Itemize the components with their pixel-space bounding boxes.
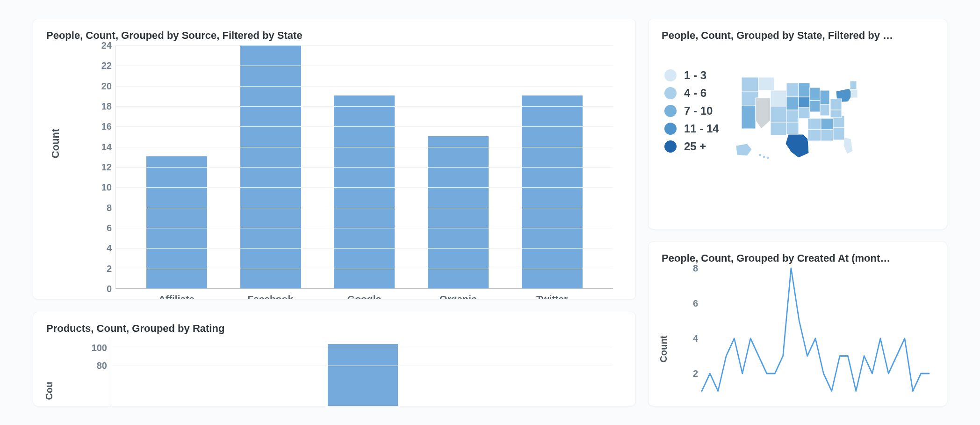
map-body: 1 - 34 - 67 - 1011 - 1425 + bbox=[662, 45, 934, 162]
y-tick: 2 bbox=[84, 263, 112, 274]
svg-rect-29 bbox=[830, 110, 842, 117]
legend-row: 25 + bbox=[664, 140, 719, 153]
y-tick: 24 bbox=[84, 40, 112, 51]
legend-row: 7 - 10 bbox=[664, 104, 719, 117]
svg-rect-2 bbox=[742, 105, 756, 129]
x-label: Organic bbox=[428, 293, 489, 300]
legend-row: 1 - 3 bbox=[664, 69, 719, 82]
legend-swatch bbox=[664, 87, 677, 99]
left-column: People, Count, Grouped by Source, Filter… bbox=[33, 19, 636, 406]
y-tick: 100 bbox=[74, 343, 107, 353]
x-label: Google bbox=[334, 293, 395, 300]
legend-label: 11 - 14 bbox=[684, 122, 719, 135]
svg-rect-11 bbox=[786, 122, 799, 134]
x-label: Facebook bbox=[240, 293, 301, 300]
bar-google[interactable] bbox=[334, 95, 395, 288]
svg-rect-13 bbox=[799, 83, 810, 97]
legend-row: 4 - 6 bbox=[664, 87, 719, 100]
svg-rect-25 bbox=[833, 128, 844, 140]
y-axis-label: Count bbox=[50, 129, 62, 159]
line-chart: Count 2468 bbox=[662, 268, 934, 406]
svg-rect-22 bbox=[821, 118, 833, 130]
legend-label: 1 - 3 bbox=[684, 69, 706, 82]
map-legend: 1 - 34 - 67 - 1011 - 1425 + bbox=[662, 69, 719, 153]
svg-rect-18 bbox=[820, 90, 829, 104]
plot-area bbox=[112, 338, 613, 406]
us-map bbox=[733, 69, 873, 162]
card-title: People, Count, Grouped by Source, Filter… bbox=[46, 29, 622, 42]
svg-rect-30 bbox=[850, 81, 857, 89]
y-tick: 10 bbox=[84, 182, 112, 193]
bar-facebook[interactable] bbox=[240, 45, 301, 288]
legend-swatch bbox=[664, 69, 677, 81]
svg-rect-5 bbox=[771, 90, 786, 106]
y-axis-label: Cou bbox=[44, 382, 55, 400]
svg-rect-4 bbox=[758, 77, 774, 90]
y-tick: 4 bbox=[84, 243, 112, 254]
plot-area bbox=[702, 268, 929, 406]
svg-marker-3 bbox=[756, 98, 771, 129]
card-people-by-created-at[interactable]: People, Count, Grouped by Created At (mo… bbox=[648, 242, 947, 406]
card-people-by-state-map[interactable]: People, Count, Grouped by State, Filtere… bbox=[648, 19, 947, 229]
svg-rect-7 bbox=[771, 122, 786, 135]
svg-marker-15 bbox=[785, 134, 809, 158]
svg-rect-31 bbox=[851, 89, 858, 98]
svg-rect-6 bbox=[771, 106, 786, 122]
svg-marker-26 bbox=[843, 137, 853, 154]
y-tick: 8 bbox=[84, 202, 112, 213]
right-column: People, Count, Grouped by State, Filtere… bbox=[648, 19, 947, 406]
card-title: People, Count, Grouped by Created At (mo… bbox=[662, 252, 934, 264]
x-label: Twitter bbox=[522, 293, 583, 300]
dashboard: People, Count, Grouped by Source, Filter… bbox=[33, 19, 947, 406]
y-tick: 14 bbox=[84, 141, 112, 152]
y-axis: 10080 bbox=[65, 338, 107, 406]
bar-twitter[interactable] bbox=[522, 95, 583, 288]
svg-point-33 bbox=[759, 154, 762, 156]
svg-rect-17 bbox=[810, 101, 820, 112]
bar-organic[interactable] bbox=[428, 136, 489, 288]
svg-rect-12 bbox=[799, 97, 810, 107]
y-tick: 6 bbox=[84, 223, 112, 234]
legend-swatch bbox=[664, 140, 677, 153]
svg-rect-21 bbox=[808, 130, 821, 141]
svg-rect-19 bbox=[820, 104, 829, 116]
y-tick: 2 bbox=[693, 368, 698, 379]
svg-point-35 bbox=[766, 156, 769, 159]
y-axis: 024681012141618202224 bbox=[74, 45, 112, 289]
legend-label: 4 - 6 bbox=[684, 87, 706, 100]
legend-row: 11 - 14 bbox=[664, 122, 719, 135]
y-tick: 18 bbox=[84, 101, 112, 112]
bar-chart-rating: Cou 10080 bbox=[46, 338, 622, 406]
card-title: People, Count, Grouped by State, Filtere… bbox=[662, 29, 934, 42]
svg-rect-8 bbox=[786, 83, 799, 97]
x-label: Affiliate bbox=[146, 293, 207, 300]
y-tick: 4 bbox=[693, 333, 698, 344]
y-axis-label: Count bbox=[658, 336, 669, 363]
y-tick: 12 bbox=[84, 162, 112, 173]
x-axis-labels: AffiliateFacebookGoogleOrganicTwitter bbox=[115, 293, 613, 300]
svg-rect-9 bbox=[786, 97, 799, 110]
svg-rect-20 bbox=[808, 118, 821, 130]
plot-area bbox=[115, 45, 613, 289]
svg-point-34 bbox=[763, 155, 765, 158]
card-products-by-rating[interactable]: Products, Count, Grouped by Rating Cou 1… bbox=[33, 312, 636, 406]
y-tick: 20 bbox=[84, 81, 112, 91]
svg-rect-14 bbox=[799, 107, 810, 118]
legend-swatch bbox=[664, 105, 677, 117]
bars bbox=[112, 338, 613, 406]
bar[interactable] bbox=[328, 344, 398, 406]
y-tick: 6 bbox=[693, 298, 698, 309]
svg-rect-10 bbox=[786, 110, 799, 122]
y-tick: 0 bbox=[84, 284, 112, 294]
y-tick: 80 bbox=[74, 360, 107, 371]
legend-label: 7 - 10 bbox=[684, 104, 713, 117]
svg-rect-16 bbox=[810, 88, 820, 101]
y-tick: 8 bbox=[693, 263, 698, 274]
svg-rect-0 bbox=[742, 77, 758, 91]
card-people-by-source[interactable]: People, Count, Grouped by Source, Filter… bbox=[33, 19, 636, 300]
svg-marker-32 bbox=[736, 144, 752, 156]
card-title: Products, Count, Grouped by Rating bbox=[46, 322, 622, 335]
line-path bbox=[702, 268, 929, 406]
svg-rect-28 bbox=[830, 99, 842, 110]
y-axis: 2468 bbox=[679, 268, 698, 406]
